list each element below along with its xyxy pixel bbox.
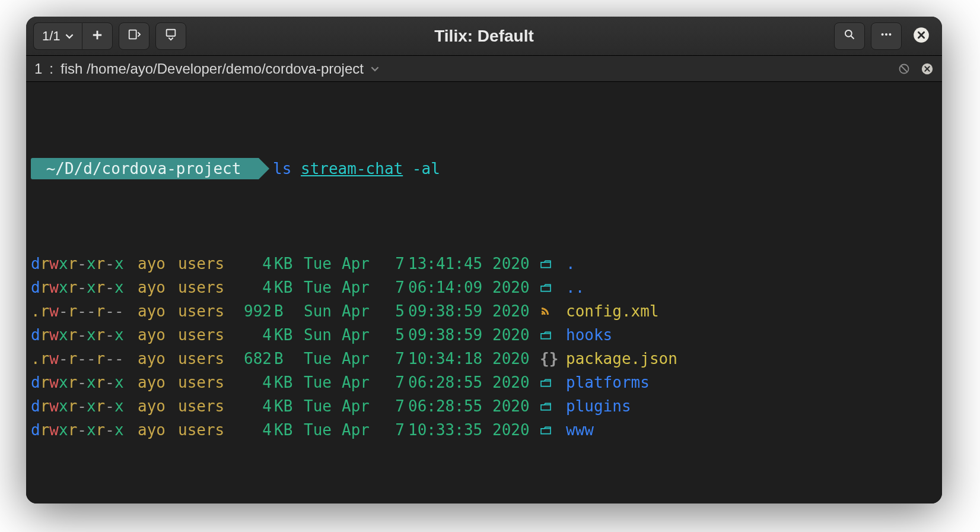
year: 2020 [492, 323, 540, 347]
search-button[interactable] [834, 23, 865, 50]
perm: .rw-r--r-- [31, 347, 138, 370]
prompt-path: ~/D/d/cordova-project [31, 158, 259, 179]
size-unit: B [274, 299, 304, 323]
month: Apr [342, 276, 380, 299]
size-unit: B [274, 347, 304, 370]
session-switcher[interactable]: 1/1 [33, 23, 82, 50]
file-name: package.json [566, 347, 937, 370]
group: users [178, 323, 237, 347]
group: users [178, 370, 237, 394]
time: 06:28:55 [408, 370, 492, 394]
size: 4 [237, 370, 274, 394]
month: Apr [342, 370, 380, 394]
year: 2020 [492, 299, 540, 323]
headerbar-left: 1/1 [33, 23, 186, 50]
year: 2020 [492, 370, 540, 394]
ls-row: drwxr-xr-xayousers4KBTueApr713:41:452020… [31, 252, 937, 276]
ls-row: drwxr-xr-xayousers4KBSunApr509:38:592020… [31, 323, 937, 347]
size: 682 [237, 347, 274, 370]
file-name: .. [566, 276, 937, 299]
owner: ayo [138, 276, 178, 299]
json-icon: {} [540, 347, 566, 370]
size: 992 [237, 299, 274, 323]
prompt-line-1: ~/D/d/cordova-project ls stream-chat -al [31, 157, 937, 180]
time: 06:14:09 [408, 276, 492, 299]
month: Apr [342, 418, 380, 442]
command-flag: -al [412, 157, 440, 180]
year: 2020 [492, 394, 540, 418]
folder-icon [540, 418, 566, 442]
readonly-icon[interactable] [898, 63, 910, 75]
weekday: Sun [304, 323, 342, 347]
perm: drwxr-xr-x [31, 370, 138, 394]
size-unit: KB [274, 252, 304, 276]
group: users [178, 418, 237, 442]
file-name: hooks [566, 323, 937, 347]
group: users [178, 252, 237, 276]
perm: drwxr-xr-x [31, 394, 138, 418]
weekday: Tue [304, 276, 342, 299]
size-unit: KB [274, 370, 304, 394]
ls-output: drwxr-xr-xayousers4KBTueApr713:41:452020… [31, 252, 937, 442]
time: 06:28:55 [408, 394, 492, 418]
terminal-pane[interactable]: ~/D/d/cordova-project ls stream-chat -al… [26, 82, 942, 504]
weekday: Tue [304, 394, 342, 418]
window-close-button[interactable] [908, 23, 935, 50]
file-name: config.xml [566, 299, 937, 323]
folder-icon [540, 323, 566, 347]
svg-point-3 [882, 33, 884, 35]
split-down-button[interactable] [155, 23, 186, 50]
folder-icon [540, 276, 566, 299]
ls-row: drwxr-xr-xayousers4KBTueApr706:28:552020… [31, 370, 937, 394]
command-arg: stream-chat [301, 157, 403, 180]
svg-rect-0 [129, 30, 136, 39]
time: 10:34:18 [408, 347, 492, 370]
weekday: Sun [304, 299, 342, 323]
day: 7 [380, 394, 408, 418]
chevron-down-icon [65, 28, 74, 44]
size-unit: KB [274, 276, 304, 299]
day: 5 [380, 299, 408, 323]
perm: .rw-r--r-- [31, 299, 138, 323]
ls-row: drwxr-xr-xayousers4KBTueApr706:14:092020… [31, 276, 937, 299]
year: 2020 [492, 347, 540, 370]
split-right-icon [128, 28, 141, 45]
tab-label[interactable]: fish /home/ayo/Developer/demo/cordova-pr… [61, 61, 364, 77]
day: 7 [380, 418, 408, 442]
day: 5 [380, 323, 408, 347]
time: 09:38:59 [408, 299, 492, 323]
month: Apr [342, 347, 380, 370]
headerbar-right [834, 23, 935, 50]
owner: ayo [138, 347, 178, 370]
tab-dropdown-icon[interactable] [371, 65, 379, 73]
time: 10:33:35 [408, 418, 492, 442]
owner: ayo [138, 323, 178, 347]
owner: ayo [138, 394, 178, 418]
tab-close-icon[interactable] [921, 62, 934, 75]
svg-point-2 [845, 30, 852, 36]
session-counter-label: 1/1 [42, 28, 61, 44]
day: 7 [380, 276, 408, 299]
weekday: Tue [304, 347, 342, 370]
weekday: Tue [304, 418, 342, 442]
folder-icon [540, 370, 566, 394]
ls-row: .rw-r--r--ayousers992BSunApr509:38:59202… [31, 299, 937, 323]
size-unit: KB [274, 394, 304, 418]
group: users [178, 276, 237, 299]
search-icon [844, 28, 855, 44]
new-session-button[interactable] [82, 23, 113, 50]
day: 7 [380, 347, 408, 370]
month: Apr [342, 394, 380, 418]
plus-icon [92, 28, 103, 44]
tab-strip: 1: fish /home/ayo/Developer/demo/cordova… [26, 56, 942, 82]
rss-icon [540, 299, 566, 323]
close-icon [913, 27, 930, 46]
perm: drwxr-xr-x [31, 418, 138, 442]
year: 2020 [492, 276, 540, 299]
split-right-button[interactable] [119, 23, 149, 50]
menu-button[interactable] [871, 23, 902, 50]
size: 4 [237, 323, 274, 347]
month: Apr [342, 299, 380, 323]
size-unit: KB [274, 418, 304, 442]
folder-icon [540, 394, 566, 418]
